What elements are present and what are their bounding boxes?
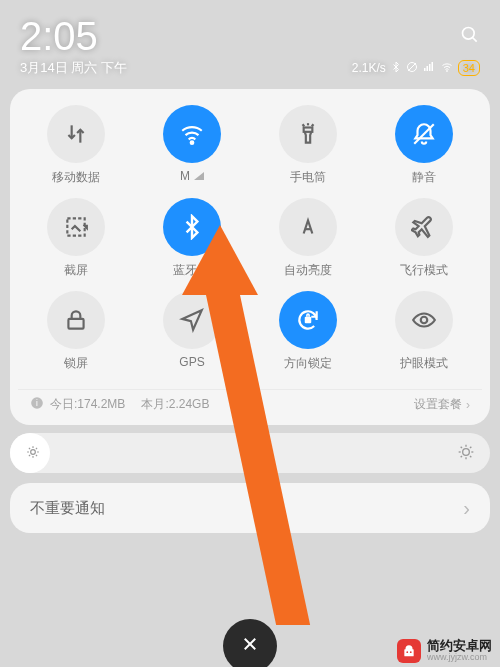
data-usage-row[interactable]: i 今日:174.2MB 本月:2.24GB 设置套餐 › [18, 389, 482, 419]
data-today: 今日:174.2MB [50, 396, 125, 413]
toggle-data-swap[interactable]: 移动数据 [18, 105, 134, 186]
svg-line-30 [36, 447, 37, 448]
svg-point-43 [410, 651, 412, 653]
data-plan-link[interactable]: 设置套餐 [414, 396, 462, 413]
flashlight-icon [279, 105, 337, 163]
wifi-status-icon [440, 61, 454, 76]
svg-rect-10 [304, 128, 313, 132]
info-icon: i [30, 396, 44, 413]
data-month: 本月:2.24GB [141, 396, 209, 413]
toggle-airplane[interactable]: 飞行模式 [366, 198, 482, 279]
close-button[interactable] [223, 619, 277, 667]
brightness-high-icon [458, 444, 474, 463]
cell-signal-icon [422, 61, 436, 76]
unimportant-notifications-label: 不重要通知 [30, 499, 105, 518]
svg-line-1 [473, 37, 477, 41]
dnd-status-icon [406, 61, 418, 76]
toggle-flashlight[interactable]: 手电筒 [250, 105, 366, 186]
auto-brightness-icon [279, 198, 337, 256]
page-dot-1[interactable] [242, 380, 247, 385]
toggle-label: GPS [179, 355, 204, 369]
toggle-label: 飞行模式 [400, 262, 448, 279]
toggle-label: 静音 [412, 169, 436, 186]
toggle-grid: 移动数据M手电筒静音截屏蓝牙自动亮度飞行模式锁屏GPS方向锁定护眼模式 [18, 105, 482, 372]
toggle-label: M [180, 169, 204, 183]
svg-rect-6 [429, 64, 431, 71]
svg-line-38 [461, 456, 462, 457]
toggle-lock[interactable]: 锁屏 [18, 291, 134, 372]
quick-settings-panel: 移动数据M手电筒静音截屏蓝牙自动亮度飞行模式锁屏GPS方向锁定护眼模式 i 今日… [10, 89, 490, 425]
svg-point-22 [31, 449, 36, 454]
svg-rect-4 [424, 68, 426, 71]
date-text: 3月14日 周六 下午 [20, 59, 127, 77]
toggle-auto-brightness[interactable]: 自动亮度 [250, 198, 366, 279]
svg-point-19 [421, 317, 428, 324]
toggle-label: 自动亮度 [284, 262, 332, 279]
page-dots [18, 372, 482, 389]
page-dot-2[interactable] [253, 380, 258, 385]
chevron-right-icon: › [466, 398, 470, 412]
toggle-label: 护眼模式 [400, 355, 448, 372]
toggle-gps[interactable]: GPS [134, 291, 250, 372]
watermark-url: www.jyjzw.com [427, 653, 492, 663]
svg-line-36 [461, 446, 462, 447]
bluetooth-status-icon [390, 60, 402, 77]
svg-rect-5 [426, 66, 428, 71]
watermark-icon [397, 639, 421, 663]
toggle-label: 截屏 [64, 262, 88, 279]
signal-indicator-icon [194, 172, 204, 180]
svg-line-13 [312, 124, 314, 126]
toggle-eyecare[interactable]: 护眼模式 [366, 291, 482, 372]
svg-line-3 [408, 63, 416, 71]
watermark-title: 简约安卓网 [427, 639, 492, 653]
brightness-low-icon [26, 445, 40, 462]
svg-rect-7 [431, 62, 433, 71]
svg-point-8 [446, 70, 447, 71]
svg-text:i: i [36, 399, 38, 408]
toggle-label: 锁屏 [64, 355, 88, 372]
unimportant-notifications-card[interactable]: 不重要通知 › [10, 483, 490, 533]
data-swap-icon [47, 105, 105, 163]
svg-line-37 [470, 456, 471, 457]
search-icon[interactable] [460, 25, 480, 49]
lock-icon [47, 291, 105, 349]
svg-line-28 [36, 454, 37, 455]
battery-indicator: 34 [458, 60, 480, 76]
svg-line-12 [303, 124, 305, 126]
close-icon [241, 635, 259, 658]
airplane-icon [395, 198, 453, 256]
toggle-label: 方向锁定 [284, 355, 332, 372]
chevron-right-icon: › [463, 497, 470, 520]
bluetooth-icon [163, 198, 221, 256]
date-row: 3月14日 周六 下午 2.1K/s 34 [0, 59, 500, 81]
toggle-bluetooth[interactable]: 蓝牙 [134, 198, 250, 279]
toggle-label: 移动数据 [52, 169, 100, 186]
svg-rect-18 [305, 317, 312, 324]
clock-time: 2:05 [20, 14, 460, 59]
status-bar: 2:05 [0, 0, 500, 59]
eyecare-icon [395, 291, 453, 349]
mute-icon [395, 105, 453, 163]
svg-point-42 [406, 651, 408, 653]
watermark: 简约安卓网 www.jyjzw.com [397, 639, 492, 663]
svg-line-27 [29, 447, 30, 448]
svg-point-0 [463, 27, 475, 39]
toggle-mute[interactable]: 静音 [366, 105, 482, 186]
svg-point-31 [463, 448, 470, 455]
wifi-icon [163, 105, 221, 163]
toggle-screenshot[interactable]: 截屏 [18, 198, 134, 279]
brightness-slider[interactable] [10, 433, 490, 473]
toggle-label: 蓝牙 [173, 262, 211, 279]
toggle-rotation-lock[interactable]: 方向锁定 [250, 291, 366, 372]
gps-icon [163, 291, 221, 349]
svg-line-29 [29, 454, 30, 455]
screenshot-icon [47, 198, 105, 256]
toggle-label: 手电筒 [290, 169, 326, 186]
status-right-icons: 2.1K/s 34 [352, 60, 480, 77]
svg-rect-17 [68, 319, 83, 329]
toggle-wifi[interactable]: M [134, 105, 250, 186]
svg-line-39 [470, 446, 471, 447]
svg-point-9 [191, 141, 194, 144]
network-speed: 2.1K/s [352, 61, 386, 75]
rotation-lock-icon [279, 291, 337, 349]
